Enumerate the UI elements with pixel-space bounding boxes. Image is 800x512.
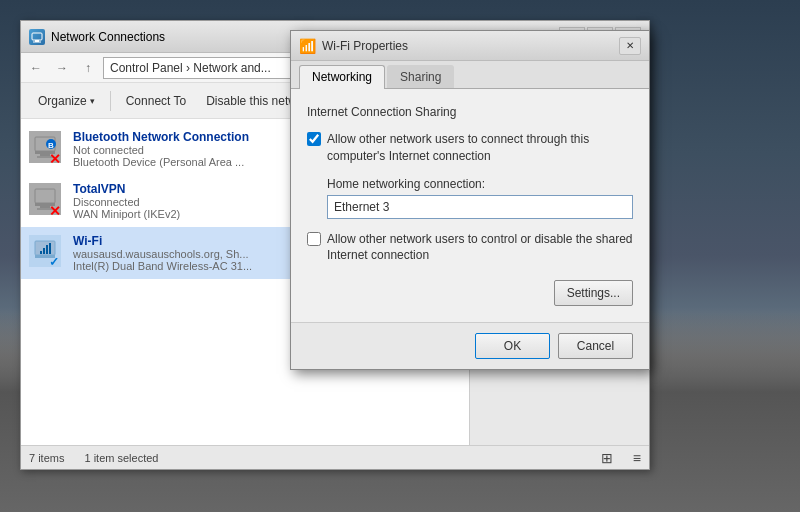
allow-control-label: Allow other network users to control or … [327, 231, 633, 265]
dialog-titlebar: 📶 Wi-Fi Properties ✕ [291, 31, 649, 61]
tab-sharing[interactable]: Sharing [387, 65, 454, 88]
dialog-footer: OK Cancel [291, 322, 649, 369]
ok-button[interactable]: OK [475, 333, 550, 359]
dialog-overlay: 📶 Wi-Fi Properties ✕ Networking Sharing … [0, 0, 800, 512]
home-network-value: Ethernet 3 [334, 200, 389, 214]
wifi-dialog-icon: 📶 [299, 38, 316, 54]
dialog-title-left: 📶 Wi-Fi Properties [299, 38, 408, 54]
settings-row: Settings... [307, 276, 633, 306]
tab-networking[interactable]: Networking [299, 65, 385, 89]
settings-button[interactable]: Settings... [554, 280, 633, 306]
dialog-title-text: Wi-Fi Properties [322, 39, 408, 53]
allow-control-checkbox[interactable] [307, 232, 321, 246]
home-network-label: Home networking connection: [327, 177, 633, 191]
dialog-close-button[interactable]: ✕ [619, 37, 641, 55]
dialog-tabs: Networking Sharing [291, 61, 649, 89]
allow-sharing-label: Allow other network users to connect thr… [327, 131, 633, 165]
dialog-body: Internet Connection Sharing Allow other … [291, 89, 649, 322]
checkbox-row-1: Allow other network users to connect thr… [307, 131, 633, 165]
section-title: Internet Connection Sharing [307, 105, 633, 119]
checkbox-row-2: Allow other network users to control or … [307, 231, 633, 265]
wifi-properties-dialog: 📶 Wi-Fi Properties ✕ Networking Sharing … [290, 30, 650, 370]
cancel-button[interactable]: Cancel [558, 333, 633, 359]
home-network-field[interactable]: Ethernet 3 [327, 195, 633, 219]
allow-sharing-checkbox[interactable] [307, 132, 321, 146]
